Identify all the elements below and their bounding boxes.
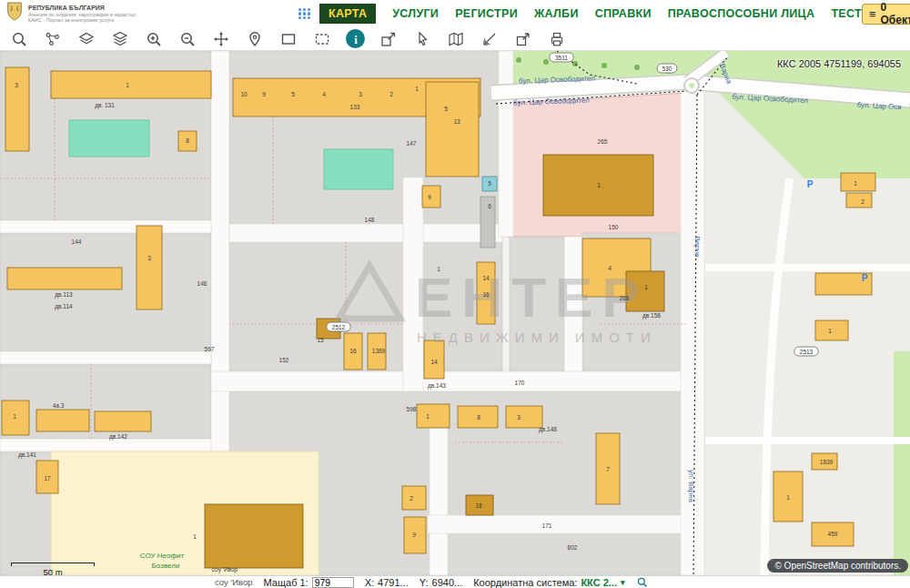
svg-text:146: 146	[197, 280, 207, 287]
svg-text:597: 597	[205, 346, 215, 352]
svg-text:1: 1	[126, 82, 129, 88]
svg-text:СОУ Неофит: СОУ Неофит	[140, 552, 185, 560]
svg-text:9: 9	[412, 532, 416, 538]
svg-text:1: 1	[828, 328, 832, 334]
svg-text:4а.3: 4а.3	[53, 402, 65, 409]
apps-grid-icon[interactable]	[298, 8, 310, 20]
svg-text:1: 1	[415, 86, 419, 92]
objects-button-label: 0 Обекти	[881, 1, 910, 26]
svg-text:дв.113: дв.113	[55, 291, 73, 299]
svg-text:2513: 2513	[800, 349, 814, 355]
menu-item-test[interactable]: ТЕСТ	[831, 7, 862, 20]
svg-text:152: 152	[279, 357, 289, 363]
svg-text:3: 3	[147, 255, 151, 261]
tool-print-icon[interactable]	[547, 29, 567, 49]
svg-text:4: 4	[322, 91, 326, 97]
scale-input[interactable]	[312, 577, 354, 588]
svg-text:1: 1	[13, 413, 16, 420]
tool-pointer-icon[interactable]	[412, 29, 432, 49]
menu-item-spravki[interactable]: СПРАВКИ	[595, 7, 652, 20]
app-window: РЕПУБЛИКА БЪЛГАРИЯ Агенция по геодезия, …	[0, 0, 910, 588]
svg-text:дв.141: дв.141	[18, 451, 36, 459]
menu-burger-icon: ≡	[869, 7, 876, 21]
svg-text:148: 148	[365, 217, 375, 223]
svg-text:171: 171	[542, 522, 552, 529]
svg-text:дв.148: дв.148	[539, 426, 557, 433]
svg-text:8: 8	[477, 414, 480, 421]
svg-text:266: 266	[620, 295, 630, 301]
tool-pan-icon[interactable]	[211, 29, 231, 49]
svg-text:4: 4	[608, 265, 612, 271]
svg-text:2: 2	[410, 495, 413, 502]
svg-text:i: i	[354, 32, 358, 46]
agency-title-block: РЕПУБЛИКА БЪЛГАРИЯ Агенция по геодезия, …	[28, 5, 136, 24]
crs-dropdown[interactable]: ККС 2... ▾	[581, 577, 624, 588]
svg-text:3511: 3511	[555, 55, 568, 61]
tool-zoom-in-icon[interactable]	[144, 29, 164, 49]
tool-select-rectangle-icon[interactable]	[278, 29, 298, 49]
svg-text:Р: Р	[807, 179, 814, 189]
agency-title: РЕПУБЛИКА БЪЛГАРИЯ	[28, 5, 136, 12]
svg-text:Бозвели: Бозвели	[152, 562, 180, 570]
menu-item-pravosposobni-litsa[interactable]: ПРАВОСПОСОБНИ ЛИЦА	[668, 7, 815, 20]
crs-value: ККС 2...	[581, 577, 617, 588]
menu-item-uslugi[interactable]: УСЛУГИ	[392, 7, 439, 20]
tool-topology-icon[interactable]	[43, 29, 63, 49]
svg-text:5: 5	[444, 106, 448, 112]
tool-map-sheets-icon[interactable]	[446, 29, 466, 49]
map-toolbar: i	[0, 27, 910, 51]
svg-text:144: 144	[72, 238, 82, 245]
main-menu: КАРТАУСЛУГИРЕГИСТРИЖАЛБИСПРАВКИПРАВОСПОС…	[319, 4, 862, 24]
tool-layers-stack-icon[interactable]	[110, 29, 130, 49]
status-bar: 50 m соу 'Ивор Мащаб 1: X: 4791... Y: 69…	[0, 575, 910, 588]
svg-text:1: 1	[644, 284, 648, 290]
svg-text:9: 9	[428, 194, 431, 200]
agency-subtitle-2: КАИС - Портал за електронни услуги	[28, 17, 136, 23]
tool-identify-info-icon[interactable]: i	[346, 29, 365, 48]
svg-text:1: 1	[597, 182, 601, 188]
agency-logo[interactable]: РЕПУБЛИКА БЪЛГАРИЯ Агенция по геодезия, …	[5, 1, 298, 26]
tool-select-to-window-icon[interactable]	[379, 29, 399, 49]
svg-text:16: 16	[349, 348, 357, 354]
svg-text:1: 1	[426, 413, 430, 420]
svg-text:дв.142: дв.142	[109, 433, 127, 441]
map-canvas[interactable]: ЕНТЕР НЕДВИЖИМИ ИМОТИ дв. 131138144дв.11…	[0, 51, 910, 575]
cursor-coordinates-readout: ККС 2005 4751199, 694055	[777, 58, 901, 69]
scale-bar-line	[11, 563, 95, 566]
map-viewport[interactable]: ЕНТЕР НЕДВИЖИМИ ИМОТИ дв. 131138144дв.11…	[0, 51, 910, 575]
svg-text:дв.114: дв.114	[55, 303, 73, 310]
svg-text:5: 5	[291, 91, 295, 97]
map-residual-label: соу 'Ивор	[215, 577, 253, 587]
svg-text:1369: 1369	[372, 348, 386, 354]
tool-layers-icon[interactable]	[76, 29, 96, 49]
svg-text:802: 802	[568, 544, 578, 551]
scale-label: Мащаб 1:	[264, 577, 308, 588]
tool-measure-icon[interactable]	[480, 29, 500, 49]
svg-text:18: 18	[475, 502, 482, 509]
svg-text:НЕДВИЖИМИ ИМОТИ: НЕДВИЖИМИ ИМОТИ	[417, 329, 657, 345]
svg-text:459: 459	[828, 531, 838, 537]
svg-text:598: 598	[407, 406, 417, 412]
tool-zoom-out-icon[interactable]	[177, 29, 197, 49]
svg-text:1: 1	[437, 266, 440, 272]
objects-button[interactable]: ≡ 0 Обекти ↓	[862, 4, 910, 25]
menu-item-registri[interactable]: РЕГИСТРИ	[455, 7, 518, 20]
tool-search-icon[interactable]	[9, 29, 29, 49]
coat-of-arms-icon	[5, 1, 24, 26]
statusbar-search-icon[interactable]	[636, 576, 648, 588]
crs-label: Координатна система:	[473, 577, 577, 588]
scale-bar-label: 50 m	[43, 567, 62, 577]
svg-text:8: 8	[186, 137, 189, 144]
menu-item-zhalbi[interactable]: ЖАЛБИ	[534, 7, 579, 20]
svg-text:Варна: Варна	[693, 236, 702, 258]
menu-item-karta[interactable]: КАРТА	[319, 4, 376, 24]
tool-export-icon[interactable]	[513, 29, 533, 49]
tool-location-pin-icon[interactable]	[245, 29, 265, 49]
svg-text:150: 150	[609, 224, 619, 230]
svg-text:3: 3	[15, 82, 18, 88]
osm-attribution[interactable]: © OpenStreetMap contributors.	[767, 559, 908, 573]
tool-select-rectangle-dashed-icon[interactable]	[312, 29, 332, 49]
header-bar: РЕПУБЛИКА БЪЛГАРИЯ Агенция по геодезия, …	[0, 0, 910, 27]
svg-text:10: 10	[240, 91, 248, 97]
svg-text:170: 170	[515, 380, 525, 386]
